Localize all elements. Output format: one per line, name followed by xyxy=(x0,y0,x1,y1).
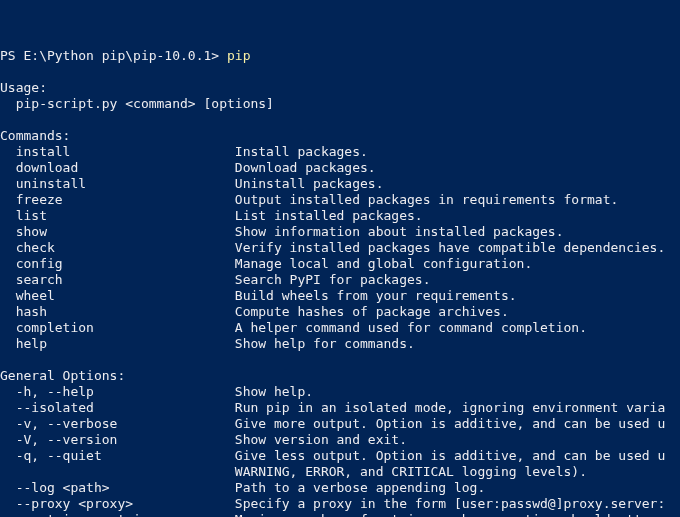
option-row: -v, --verbose Give more output. Option i… xyxy=(0,416,680,432)
command-row: uninstall Uninstall packages. xyxy=(0,176,680,192)
command-row: check Verify installed packages have com… xyxy=(0,240,680,256)
usage-line: pip-script.py <command> [options] xyxy=(0,96,680,112)
command-row: config Manage local and global configura… xyxy=(0,256,680,272)
prompt-prefix: PS E:\Python pip\pip-10.0.1> xyxy=(0,48,227,63)
option-row: -V, --version Show version and exit. xyxy=(0,432,680,448)
option-row: -h, --help Show help. xyxy=(0,384,680,400)
command-row: list List installed packages. xyxy=(0,208,680,224)
option-row: WARNING, ERROR, and CRITICAL logging lev… xyxy=(0,464,680,480)
command-row: freeze Output installed packages in requ… xyxy=(0,192,680,208)
command-row: show Show information about installed pa… xyxy=(0,224,680,240)
terminal-output: PS E:\Python pip\pip-10.0.1> pipUsage: p… xyxy=(0,48,680,517)
command-row: hash Compute hashes of package archives. xyxy=(0,304,680,320)
usage-heading: Usage: xyxy=(0,80,680,96)
option-row: --retries <retries> Maximum number of re… xyxy=(0,512,680,517)
command-row: completion A helper command used for com… xyxy=(0,320,680,336)
option-row: --isolated Run pip in an isolated mode, … xyxy=(0,400,680,416)
option-row: --log <path> Path to a verbose appending… xyxy=(0,480,680,496)
typed-command: pip xyxy=(227,48,250,63)
command-row: help Show help for commands. xyxy=(0,336,680,352)
option-row: -q, --quiet Give less output. Option is … xyxy=(0,448,680,464)
commands-heading: Commands: xyxy=(0,128,680,144)
command-row: download Download packages. xyxy=(0,160,680,176)
command-row: search Search PyPI for packages. xyxy=(0,272,680,288)
options-heading: General Options: xyxy=(0,368,680,384)
option-row: --proxy <proxy> Specify a proxy in the f… xyxy=(0,496,680,512)
prompt-line: PS E:\Python pip\pip-10.0.1> pip xyxy=(0,48,680,64)
command-row: wheel Build wheels from your requirement… xyxy=(0,288,680,304)
command-row: install Install packages. xyxy=(0,144,680,160)
